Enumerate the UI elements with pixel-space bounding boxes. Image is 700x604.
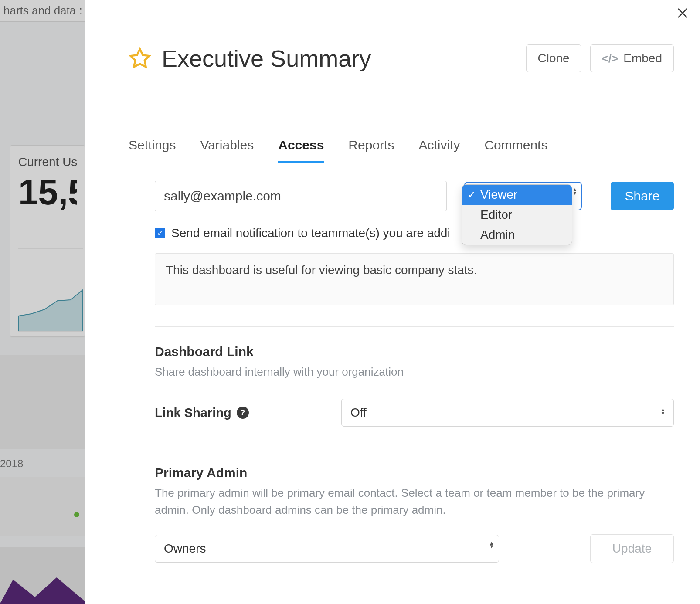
- current-access-heading: Current access: [155, 602, 674, 604]
- close-icon: [676, 7, 689, 20]
- divider: [155, 584, 674, 584]
- settings-modal: Executive Summary Clone </> Embed Settin…: [85, 0, 700, 604]
- update-button[interactable]: Update: [590, 534, 674, 563]
- modal-title: Executive Summary: [162, 45, 517, 72]
- chevron-updown-icon: ▲▼: [572, 188, 578, 195]
- chevron-updown-icon: ▲▼: [489, 541, 494, 548]
- embed-label: Embed: [623, 51, 662, 65]
- primary-admin-value: Owners: [164, 542, 206, 556]
- tab-comments[interactable]: Comments: [484, 138, 547, 163]
- close-button[interactable]: [673, 3, 692, 23]
- svg-marker-2: [130, 49, 149, 67]
- role-option-admin[interactable]: Admin: [462, 225, 572, 245]
- tab-access[interactable]: Access: [278, 138, 324, 163]
- dashboard-link-heading: Dashboard Link: [155, 344, 674, 359]
- email-input[interactable]: [155, 181, 447, 211]
- clone-button[interactable]: Clone: [526, 44, 581, 72]
- link-sharing-value: Off: [350, 406, 367, 420]
- chevron-updown-icon: ▲▼: [660, 408, 666, 415]
- role-dropdown-menu: Viewer Editor Admin: [462, 184, 572, 245]
- note-textarea[interactable]: This dashboard is useful for viewing bas…: [155, 253, 674, 305]
- divider: [155, 448, 674, 448]
- link-sharing-select[interactable]: Off ▲▼: [341, 399, 674, 427]
- tab-variables[interactable]: Variables: [200, 138, 254, 163]
- tab-activity[interactable]: Activity: [418, 138, 460, 163]
- share-button[interactable]: Share: [611, 182, 674, 210]
- primary-admin-heading: Primary Admin: [155, 465, 674, 480]
- clone-label: Clone: [538, 51, 570, 65]
- note-value: This dashboard is useful for viewing bas…: [166, 263, 477, 277]
- link-sharing-label: Link Sharing: [155, 406, 231, 420]
- primary-admin-select[interactable]: Owners ▲▼: [155, 535, 499, 563]
- tab-bar: Settings Variables Access Reports Activi…: [129, 138, 674, 163]
- dashboard-link-sub: Share dashboard internally with your org…: [155, 363, 656, 380]
- primary-admin-sub: The primary admin will be primary email …: [155, 485, 656, 519]
- tab-reports[interactable]: Reports: [348, 138, 394, 163]
- notify-checkbox[interactable]: ✓: [155, 228, 165, 238]
- role-option-editor[interactable]: Editor: [462, 205, 572, 225]
- access-section: ▲▼ Viewer Editor Admin Share ✓ Send emai…: [129, 163, 674, 604]
- check-icon: ✓: [157, 228, 163, 238]
- divider: [155, 326, 674, 327]
- tab-settings[interactable]: Settings: [129, 138, 176, 163]
- modal-scrim: [0, 0, 85, 604]
- role-option-viewer[interactable]: Viewer: [462, 185, 572, 205]
- notify-label: Send email notification to teammate(s) y…: [171, 226, 450, 240]
- embed-button[interactable]: </> Embed: [590, 44, 674, 72]
- modal-header: Executive Summary Clone </> Embed: [129, 44, 674, 72]
- code-icon: </>: [602, 52, 618, 65]
- help-icon[interactable]: ?: [237, 407, 249, 419]
- star-icon[interactable]: [129, 47, 151, 70]
